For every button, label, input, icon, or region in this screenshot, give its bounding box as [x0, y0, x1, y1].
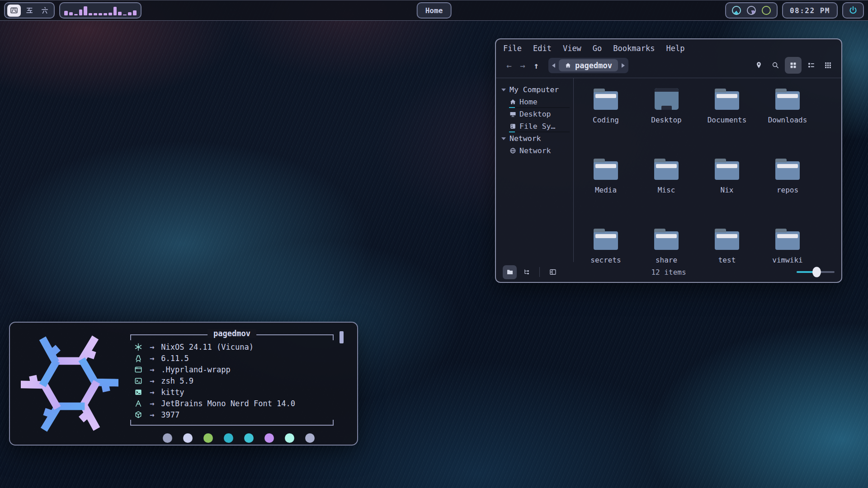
folder-icon — [594, 91, 618, 110]
up-button[interactable]: ↑ — [529, 61, 543, 70]
tree-view-button[interactable] — [519, 265, 533, 279]
folder-icon — [594, 161, 618, 180]
grid-view-icon — [789, 61, 797, 70]
path-segment-home[interactable]: pagedmov — [559, 59, 618, 71]
fetch-line-terminal: → kitty — [134, 386, 347, 398]
temp-gauge-icon — [762, 6, 771, 15]
path-segment-label: pagedmov — [575, 61, 612, 70]
icon-view-button[interactable] — [785, 57, 802, 74]
cpu-gauge-icon — [732, 6, 741, 15]
folder-icon — [715, 161, 739, 180]
folder-item[interactable]: Desktop — [636, 83, 697, 153]
fetch-line-packages: → 3977 — [134, 409, 347, 420]
topbar-right-cluster: 08:22 PM — [725, 2, 864, 19]
system-gauges-pill — [725, 2, 778, 19]
font-value: JetBrains Mono Nerd Font 14.0 — [161, 399, 295, 408]
folder-item[interactable]: Misc — [636, 153, 697, 223]
back-button[interactable]: ← — [502, 61, 516, 70]
arrow-icon: → — [150, 354, 154, 363]
folder-icon — [715, 231, 739, 250]
desktop-icon — [509, 110, 517, 118]
collapse-chevron-icon — [501, 89, 506, 91]
menu-bookmarks[interactable]: Bookmarks — [613, 44, 655, 53]
folder-item[interactable]: Coding — [576, 83, 636, 153]
memory-gauge-icon — [747, 6, 756, 15]
folder-icon — [775, 161, 800, 180]
workspace-6[interactable] — [38, 5, 52, 17]
visualizer-bar — [94, 13, 97, 15]
zoom-slider[interactable] — [797, 271, 835, 273]
folder-item[interactable]: repos — [757, 153, 818, 223]
visualizer-bar — [84, 6, 87, 15]
visualizer-bar — [133, 10, 137, 15]
sidebar-section-network[interactable]: Network — [501, 132, 571, 145]
palette-dot — [203, 433, 213, 443]
visualizer-bar — [104, 13, 107, 15]
toolbar-view-icons — [751, 57, 835, 74]
zoom-slider-thumb[interactable] — [812, 267, 821, 277]
folder-item[interactable]: share — [636, 223, 697, 293]
wm-value: .Hyprland-wrapp — [161, 365, 231, 374]
search-button[interactable] — [768, 58, 783, 73]
sidebar-item-file-system[interactable]: File Sy… — [501, 120, 571, 132]
folder-icon — [775, 231, 800, 250]
folder-icon — [594, 231, 618, 250]
palette-dot — [244, 433, 254, 443]
audio-visualizer — [59, 2, 142, 19]
toggle-side-pane-button[interactable] — [546, 265, 560, 279]
hostname: pagedmov — [208, 329, 256, 338]
folder-item[interactable]: Media — [576, 153, 636, 223]
arrow-icon: → — [150, 410, 154, 419]
path-bar: pagedmov — [548, 58, 628, 73]
terminal-value: kitty — [161, 388, 184, 397]
folder-item[interactable]: Documents — [697, 83, 757, 153]
list-view-button[interactable] — [804, 58, 818, 73]
folder-item[interactable]: secrets — [576, 223, 636, 293]
sidebar-item-home[interactable]: Home — [501, 96, 571, 108]
terminal-color-palette — [130, 433, 347, 443]
fetch-line-kernel: → 6.11.5 — [134, 352, 347, 364]
sidebar-item-network[interactable]: Network — [501, 145, 571, 157]
forward-button[interactable]: → — [516, 61, 529, 70]
folder-item[interactable]: vimwiki — [757, 223, 818, 293]
sidebar-section-my-computer[interactable]: My Computer — [501, 84, 571, 96]
shell-icon — [134, 376, 143, 385]
kernel-icon — [134, 354, 143, 363]
folder-icon — [654, 231, 679, 250]
workspace-4[interactable] — [7, 5, 21, 17]
fastfetch-output: pagedmov → NixOS 24.11 (Vicuna) → 6.11.5… — [130, 329, 347, 438]
glyph-five-icon — [25, 6, 33, 14]
folder-item[interactable]: Nix — [697, 153, 757, 223]
power-button[interactable] — [842, 2, 864, 19]
location-button[interactable] — [751, 58, 766, 73]
visualizer-bar — [89, 13, 92, 15]
palette-dot — [264, 433, 274, 443]
menu-view[interactable]: View — [563, 44, 581, 53]
folder-item[interactable]: test — [697, 223, 757, 293]
packages-icon — [134, 410, 143, 419]
terminal-window[interactable]: pagedmov → NixOS 24.11 (Vicuna) → 6.11.5… — [9, 322, 358, 446]
visualizer-bar — [123, 14, 127, 15]
sidebar-item-desktop[interactable]: Desktop — [501, 108, 571, 120]
path-scroll-left-icon[interactable] — [552, 63, 555, 68]
menu-go[interactable]: Go — [593, 44, 602, 53]
palette-dot — [224, 433, 233, 443]
menu-edit[interactable]: Edit — [533, 44, 552, 53]
workspace-5[interactable] — [23, 5, 36, 17]
menu-file[interactable]: File — [503, 44, 522, 53]
folder-label: Downloads — [768, 116, 807, 124]
arrow-icon: → — [150, 376, 154, 385]
fetch-line-os: → NixOS 24.11 (Vicuna) — [134, 341, 347, 352]
show-folders-button[interactable] — [503, 265, 517, 279]
home-icon — [509, 98, 517, 106]
folder-label: repos — [777, 186, 798, 194]
folder-pane-icon — [506, 268, 514, 276]
sidebar: My Computer Home Desktop File Sy… Networ… — [496, 78, 574, 262]
sidebar-item-label: Network — [519, 146, 551, 155]
folder-label: Coding — [593, 116, 619, 124]
side-pane-icon — [549, 268, 557, 276]
menu-help[interactable]: Help — [666, 44, 684, 53]
compact-view-button[interactable] — [821, 58, 835, 73]
folder-item[interactable]: Downloads — [757, 83, 818, 153]
path-scroll-right-icon[interactable] — [622, 63, 625, 68]
